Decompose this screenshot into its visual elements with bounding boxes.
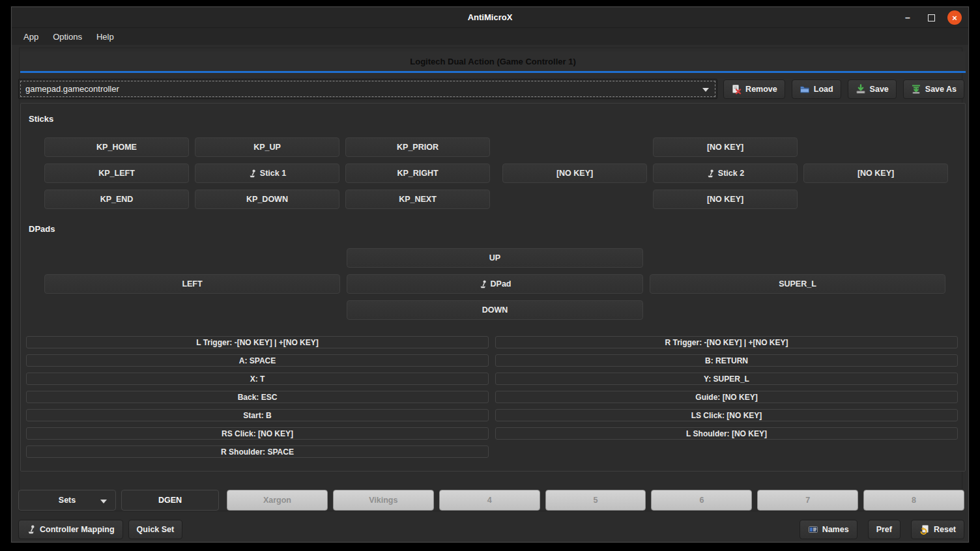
sets-dropdown[interactable]: Sets [18,490,116,511]
pref-label: Pref [876,525,892,534]
app-window: AntiMicroX – × App Options Help Logitech… [11,7,969,543]
dpad-right-button[interactable]: SUPER_L [650,274,945,294]
stick1-downright-button[interactable]: KP_NEXT [345,190,490,209]
set-tab-6[interactable]: 6 [651,490,752,511]
set-tab-2[interactable]: Xargon [227,490,328,511]
r-trigger-button[interactable]: R Trigger: -[NO KEY] | +[NO KEY] [495,336,958,348]
dpad-grid: UP LEFT DPad SUPER_L DOWN [44,248,945,320]
quick-set-button[interactable]: Quick Set [128,520,183,539]
titlebar: AntiMicroX – × [12,7,968,28]
menu-help[interactable]: Help [90,30,121,44]
stick2-left-button[interactable]: [NO KEY] [502,163,647,183]
dpad-left-button[interactable]: LEFT [44,274,340,294]
stick1-downleft-button[interactable]: KP_END [44,190,189,209]
folder-open-icon [800,84,810,94]
profile-row: gamepad.gamecontroller Remove [18,79,964,99]
joystick-icon [248,169,257,178]
save-as-button[interactable]: Save As [903,79,964,99]
bottom-left-group: Controller Mapping Quick Set [18,520,182,539]
stick1-down-button[interactable]: KP_DOWN [195,190,339,209]
minimize-button[interactable]: – [901,10,915,25]
stick2-down-button[interactable]: [NO KEY] [653,190,798,209]
stick2-up-button[interactable]: [NO KEY] [653,137,798,157]
sets-row: Sets DGEN Xargon Vikings 4 5 6 7 8 [18,490,964,511]
stick1-up-button[interactable]: KP_UP [195,137,339,157]
joystick-icon [706,169,715,178]
dpad-up-button[interactable]: UP [347,248,643,268]
names-icon [808,524,818,535]
sticks-heading: Sticks [29,114,53,124]
set-tab-5[interactable]: 5 [545,490,646,511]
guide-button[interactable]: Guide: [NO KEY] [495,391,958,403]
l-shoulder-button[interactable]: L Shoulder: [NO KEY] [495,427,958,440]
controller-mapping-button[interactable]: Controller Mapping [18,520,123,539]
rs-click-button[interactable]: RS Click: [NO KEY] [26,427,489,440]
y-button[interactable]: Y: SUPER_L [495,373,958,385]
joystick-icon [479,280,487,289]
profile-select[interactable]: gamepad.gamecontroller [18,79,717,99]
assignments-right-column: R Trigger: -[NO KEY] | +[NO KEY] B: RETU… [495,336,958,440]
tab-accent-underline [20,71,966,73]
remove-button-label: Remove [745,85,777,94]
stick2-center-label: Stick 2 [718,169,744,178]
stick1-upleft-button[interactable]: KP_HOME [44,137,189,157]
controller-tab[interactable]: Logitech Dual Action (Game Controller 1) [20,51,966,71]
save-icon [856,84,866,94]
names-label: Names [822,525,849,534]
stick1-upright-button[interactable]: KP_PRIOR [345,137,490,157]
remove-icon [731,84,742,94]
reset-icon [919,524,930,535]
ls-click-button[interactable]: LS Click: [NO KEY] [495,409,958,421]
remove-button[interactable]: Remove [723,79,785,99]
set-tab-3[interactable]: Vikings [333,490,434,511]
dpad-center-label: DPad [491,279,512,289]
bottom-right-group: Names Pref Reset [800,520,964,539]
load-button-label: Load [814,85,833,94]
maximize-icon [928,14,935,21]
menu-options[interactable]: Options [46,30,89,44]
menu-app[interactable]: App [17,30,45,44]
profile-select-value: gamepad.gamecontroller [25,84,119,94]
save-button[interactable]: Save [848,79,897,99]
stick2-center-button[interactable]: Stick 2 [653,163,798,183]
stick1-center-label: Stick 1 [260,169,286,178]
stick2-right-button[interactable]: [NO KEY] [803,163,948,183]
stick1-center-button[interactable]: Stick 1 [195,163,339,183]
start-button[interactable]: Start: B [26,409,489,421]
dpad-center-button[interactable]: DPad [347,274,643,294]
back-button[interactable]: Back: ESC [26,391,489,403]
save-as-button-label: Save As [925,85,957,94]
close-button[interactable]: × [947,10,962,25]
profile-buttons: Remove Load Save [723,79,964,99]
menubar: App Options Help [12,28,968,45]
maximize-button[interactable] [924,10,938,25]
a-button[interactable]: A: SPACE [26,354,489,367]
b-button[interactable]: B: RETURN [495,354,958,367]
chevron-down-icon [100,500,107,503]
reset-label: Reset [934,525,956,534]
x-button[interactable]: X: T [26,373,489,385]
joystick-icon [27,525,36,534]
set-tab-7[interactable]: 7 [757,490,858,511]
stick1-left-button[interactable]: KP_LEFT [44,163,189,183]
assignments-left-column: L Trigger: -[NO KEY] | +[NO KEY] A: SPAC… [26,336,489,458]
controller-mapping-label: Controller Mapping [40,525,115,534]
load-button[interactable]: Load [792,79,841,99]
stick2-grid: [NO KEY] [NO KEY] Stick 2 [NO KEY] [NO K… [502,137,948,209]
names-button[interactable]: Names [800,520,857,539]
controller-tab-label: Logitech Dual Action (Game Controller 1) [410,57,575,66]
stick1-right-button[interactable]: KP_RIGHT [345,163,490,183]
l-trigger-button[interactable]: L Trigger: -[NO KEY] | +[NO KEY] [26,336,489,348]
pref-button[interactable]: Pref [868,520,901,539]
set-tab-8[interactable]: 8 [863,490,964,511]
dpad-down-button[interactable]: DOWN [347,300,643,320]
bottom-row: Controller Mapping Quick Set Names [18,520,964,539]
set-tab-4[interactable]: 4 [439,490,540,511]
r-shoulder-button[interactable]: R Shoulder: SPACE [26,445,489,458]
dpads-heading: DPads [29,224,55,234]
save-button-label: Save [870,85,889,94]
chevron-down-icon [702,88,709,92]
reset-button[interactable]: Reset [911,520,964,539]
set-tab-1[interactable]: DGEN [121,490,219,511]
sets-dropdown-label: Sets [59,496,76,505]
